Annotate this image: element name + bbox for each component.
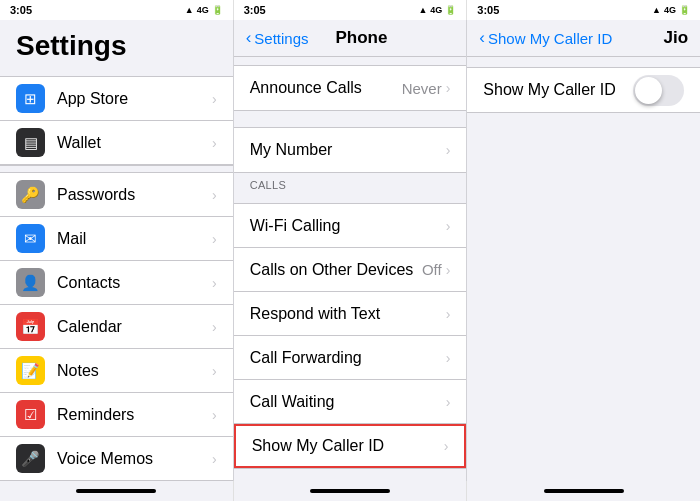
chevron-icon: › (212, 451, 217, 467)
chevron-icon: › (444, 438, 449, 454)
settings-item-mail[interactable]: ✉ Mail › (0, 217, 233, 261)
battery-icon-3: 🔋 (679, 5, 690, 15)
time-3: 3:05 (477, 4, 499, 16)
voicememos-label: Voice Memos (57, 450, 212, 468)
chevron-icon: › (446, 80, 451, 96)
callerid-label: Show My Caller ID (483, 81, 633, 99)
time-2: 3:05 (244, 4, 266, 16)
phone-panel: ‹ Settings Phone Announce Calls Never › … (234, 20, 468, 481)
phone-item-wificalling[interactable]: Wi-Fi Calling › (234, 204, 467, 248)
phone-item-mynumber[interactable]: My Number › (234, 128, 467, 172)
mail-label: Mail (57, 230, 212, 248)
settings-item-contacts[interactable]: 👤 Contacts › (0, 261, 233, 305)
chevron-icon: › (446, 394, 451, 410)
passwords-label: Passwords (57, 186, 212, 204)
wallet-icon: ▤ (16, 128, 45, 157)
phone-item-respondtext[interactable]: Respond with Text › (234, 292, 467, 336)
phone-list: Announce Calls Never › My Number › CALLS… (234, 57, 467, 481)
phone-item-callsonother[interactable]: Calls on Other Devices Off › (234, 248, 467, 292)
time-1: 3:05 (10, 4, 32, 16)
status-bars: 3:05 ▲ 4G 🔋 3:05 ▲ 4G 🔋 3:05 ▲ 4G 🔋 (0, 0, 700, 20)
status-icons-3: ▲ 4G 🔋 (652, 5, 690, 15)
home-indicator-1 (76, 489, 156, 493)
signal-icon-1: ▲ (185, 5, 194, 15)
settings-item-appstore[interactable]: ⊞ App Store › (0, 77, 233, 121)
callerid-toggle[interactable] (633, 75, 684, 106)
signal-icon-3: ▲ (652, 5, 661, 15)
appstore-icon: ⊞ (16, 84, 45, 113)
announcecalls-label: Announce Calls (250, 79, 402, 97)
settings-item-passwords[interactable]: 🔑 Passwords › (0, 173, 233, 217)
callerid-nav-right: Jio (648, 28, 688, 48)
chevron-icon: › (212, 135, 217, 151)
toggle-thumb (635, 77, 662, 104)
phone-top-group: Announce Calls Never › (234, 65, 467, 111)
callerid-panel: ‹ Show My Caller ID Jio Show My Caller I… (467, 20, 700, 481)
notes-icon: 📝 (16, 356, 45, 385)
settings-item-wallet[interactable]: ▤ Wallet › (0, 121, 233, 165)
chevron-icon: › (212, 407, 217, 423)
bottom-bars (0, 481, 700, 501)
calls-section-label: CALLS (234, 173, 467, 195)
chevron-icon: › (212, 231, 217, 247)
phone-back-button[interactable]: ‹ Settings (246, 28, 309, 48)
callerid-nav: ‹ Show My Caller ID Jio (479, 28, 688, 50)
contacts-icon: 👤 (16, 268, 45, 297)
chevron-icon: › (446, 262, 451, 278)
reminders-label: Reminders (57, 406, 212, 424)
settings-group-1: ⊞ App Store › ▤ Wallet › 🔑 Passwords › (0, 76, 233, 481)
phone-item-showcallerid[interactable]: Show My Caller ID › (234, 424, 467, 468)
settings-item-reminders[interactable]: ☑ Reminders › (0, 393, 233, 437)
callforward-label: Call Forwarding (250, 349, 446, 367)
chevron-icon: › (446, 218, 451, 234)
chevron-icon: › (212, 91, 217, 107)
announcecalls-value: Never (402, 80, 442, 97)
phone-item-announcecalls[interactable]: Announce Calls Never › (234, 66, 467, 110)
status-icons-1: ▲ 4G 🔋 (185, 5, 223, 15)
phone-item-callforward[interactable]: Call Forwarding › (234, 336, 467, 380)
battery-icon-1: 🔋 (212, 5, 223, 15)
network-1: 4G (197, 5, 209, 15)
status-bar-3: 3:05 ▲ 4G 🔋 (467, 0, 700, 20)
callerid-content: Show My Caller ID (467, 57, 700, 481)
settings-item-calendar[interactable]: 📅 Calendar › (0, 305, 233, 349)
phone-item-callwaiting[interactable]: Call Waiting › (234, 380, 467, 424)
status-bar-1: 3:05 ▲ 4G 🔋 (0, 0, 234, 20)
phone-mynumber-group: My Number › (234, 127, 467, 173)
showcallerid-label: Show My Caller ID (252, 437, 444, 455)
settings-item-voicememos[interactable]: 🎤 Voice Memos › (0, 437, 233, 481)
chevron-icon: › (212, 363, 217, 379)
phone-nav: ‹ Settings Phone (246, 28, 455, 50)
callsonother-label: Calls on Other Devices (250, 261, 422, 279)
chevron-icon: › (446, 350, 451, 366)
callerid-back-label: Show My Caller ID (488, 30, 612, 47)
signal-icon-2: ▲ (418, 5, 427, 15)
phone-calls-group: Wi-Fi Calling › Calls on Other Devices O… (234, 203, 467, 469)
network-3: 4G (664, 5, 676, 15)
callerid-back-button[interactable]: ‹ Show My Caller ID (479, 28, 612, 48)
calendar-icon: 📅 (16, 312, 45, 341)
settings-panel: Settings ⊞ App Store › ▤ Wallet › (0, 20, 234, 481)
settings-list: ⊞ App Store › ▤ Wallet › 🔑 Passwords › (0, 68, 233, 481)
callerid-group: Show My Caller ID (467, 67, 700, 113)
wificalling-label: Wi-Fi Calling (250, 217, 446, 235)
passwords-icon: 🔑 (16, 180, 45, 209)
calendar-label: Calendar (57, 318, 212, 336)
home-indicator-2 (310, 489, 390, 493)
phone-title: Phone (309, 28, 415, 48)
chevron-icon: › (212, 319, 217, 335)
appstore-label: App Store (57, 90, 212, 108)
status-icons-2: ▲ 4G 🔋 (418, 5, 456, 15)
battery-icon-2: 🔋 (445, 5, 456, 15)
bottom-panel-2 (234, 481, 468, 501)
respondtext-label: Respond with Text (250, 305, 446, 323)
back-chevron-icon: ‹ (479, 28, 485, 48)
callsonother-value: Off (422, 261, 442, 278)
bottom-panel-1 (0, 481, 234, 501)
voicememos-icon: 🎤 (16, 444, 45, 473)
reminders-icon: ☑ (16, 400, 45, 429)
mynumber-label: My Number (250, 141, 446, 159)
settings-item-notes[interactable]: 📝 Notes › (0, 349, 233, 393)
bottom-panel-3 (467, 481, 700, 501)
callwaiting-label: Call Waiting (250, 393, 446, 411)
